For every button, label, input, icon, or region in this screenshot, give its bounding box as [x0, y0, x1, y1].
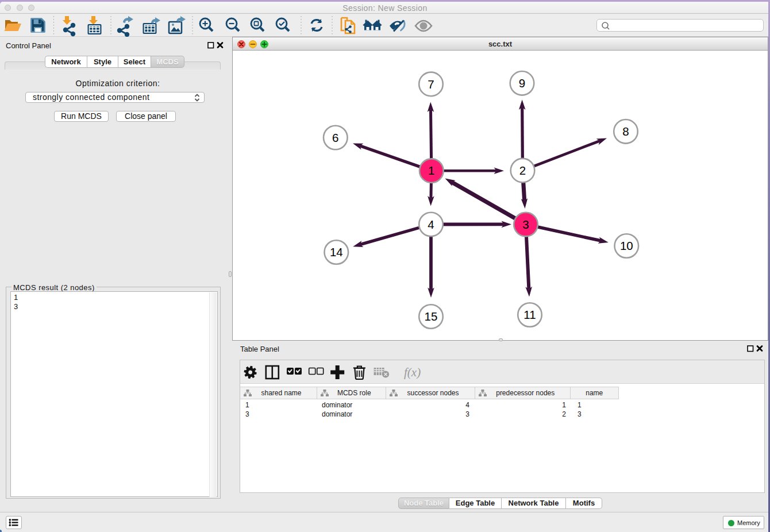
- svg-text:6: 6: [332, 131, 338, 144]
- svg-text:11: 11: [523, 308, 536, 321]
- svg-text:f(x): f(x): [404, 365, 421, 379]
- svg-text:4: 4: [428, 218, 434, 231]
- svg-text:14: 14: [330, 245, 343, 259]
- svg-text:2: 2: [519, 164, 526, 177]
- svg-text:8: 8: [622, 125, 629, 138]
- svg-text:10: 10: [620, 239, 633, 252]
- svg-text:7: 7: [428, 78, 434, 91]
- svg-text:1: 1: [428, 164, 434, 177]
- svg-text:15: 15: [425, 310, 438, 323]
- svg-text:3: 3: [522, 218, 529, 231]
- svg-text:9: 9: [519, 76, 525, 90]
